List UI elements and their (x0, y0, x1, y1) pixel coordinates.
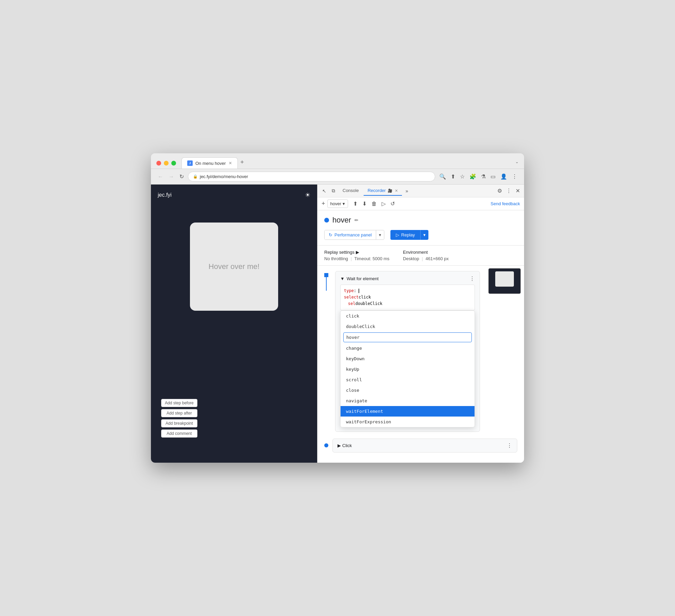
performance-panel-dropdown-button[interactable]: ▾ (376, 230, 384, 239)
replay-settings-values: No throttling | Timeout: 5000 ms (324, 256, 389, 261)
replay-button[interactable]: ▷ Replay (390, 230, 420, 240)
profile-icon-btn[interactable]: 👤 (499, 172, 508, 181)
click-step-title[interactable]: ▶ Click (338, 443, 352, 448)
add-step-after-button[interactable]: Add step after (161, 409, 197, 417)
devtools-settings-button[interactable]: ⚙ (496, 186, 503, 195)
extension-icon-btn[interactable]: 🧩 (468, 172, 478, 181)
recording-status-dot (324, 218, 329, 223)
recording-title: hover (332, 216, 351, 225)
address-input[interactable]: 🔒 jec.fyi/demo/menu-hover (188, 172, 435, 181)
send-feedback-button[interactable]: Send feedback (490, 201, 520, 206)
add-comment-button[interactable]: Add comment (161, 429, 197, 438)
recording-name-select[interactable]: hover ▾ (327, 199, 348, 208)
environment-label: Environment (403, 250, 449, 255)
forward-button[interactable]: → (167, 172, 175, 181)
theme-toggle-button[interactable]: ☀ (305, 191, 310, 199)
maximize-traffic-light[interactable] (171, 161, 176, 166)
wait-for-element-step: ▼ Wait for element ⋮ type: selectclick (335, 271, 480, 432)
share-icon-btn[interactable]: ⬆ (449, 172, 457, 181)
dropdown-item-waitforelement[interactable]: waitForElement (341, 406, 475, 417)
hover-card[interactable]: Hover over me! (190, 223, 278, 311)
replay-recording-button[interactable]: ↺ (389, 199, 397, 208)
recorder-title-row: hover ✏ (324, 216, 517, 225)
window-minimize-chevron[interactable]: ⌄ (515, 159, 519, 167)
tab-recorder[interactable]: Recorder 🎥 ✕ (364, 186, 402, 196)
recording-name: hover (330, 201, 342, 206)
devtools-tabs: Console Recorder 🎥 ✕ (339, 186, 402, 196)
tab-bar: J On menu hover ✕ + (181, 157, 511, 169)
add-step-buttons: Add step before Add step after Add break… (161, 399, 197, 438)
dropdown-item-waitforexpression[interactable]: waitForExpression (341, 417, 475, 427)
page-content: jec.fyi ☀ Hover over me! Add step before… (151, 185, 317, 463)
devtools-toolbar: ↖ ⧉ Console Recorder 🎥 ✕ » ⚙ ⋮ ✕ (317, 185, 524, 197)
page-logo: jec.fyi (158, 192, 172, 198)
address-text: jec.fyi/demo/menu-hover (200, 174, 248, 179)
refresh-button[interactable]: ↻ (178, 172, 185, 181)
replay-dropdown-button[interactable]: ▾ (420, 230, 428, 240)
click-expand-icon: ▶ (338, 443, 341, 448)
edit-recording-title-button[interactable]: ✏ (354, 217, 359, 223)
click-title-text: Click (342, 443, 352, 448)
bookmark-icon-btn[interactable]: ☆ (459, 172, 466, 181)
search-icon-btn[interactable]: 🔍 (438, 172, 447, 181)
step-code-area[interactable]: type: selectclick seldoubleClick (340, 285, 475, 310)
dropdown-item-change[interactable]: change (341, 343, 475, 353)
minimize-traffic-light[interactable] (164, 161, 169, 166)
click-step-menu-button[interactable]: ⋮ (507, 442, 512, 449)
dropdown-item-navigate[interactable]: navigate (341, 396, 475, 406)
new-tab-button[interactable]: + (238, 157, 247, 167)
title-bar: J On menu hover ✕ + ⌄ (151, 153, 524, 169)
active-tab[interactable]: J On menu hover ✕ (181, 157, 238, 169)
address-actions: 🔍 ⬆ ☆ 🧩 ⚗ ▭ 👤 ⋮ (438, 172, 519, 181)
inspect-element-button[interactable]: ↖ (320, 187, 328, 195)
download-recording-button[interactable]: ⬇ (361, 199, 368, 208)
dropdown-item-close[interactable]: close (341, 385, 475, 396)
step-menu-button[interactable]: ⋮ (469, 275, 475, 282)
recorder-toolbar: + hover ▾ ⬆ ⬇ 🗑 ▷ ↺ Send feedback (317, 197, 524, 210)
performance-panel-button[interactable]: ↻ Performance panel (325, 230, 376, 239)
dropdown-item-keyup[interactable]: keyUp (341, 364, 475, 374)
replay-play-icon: ▷ (396, 232, 399, 237)
devtools-more-button[interactable]: ⋮ (505, 186, 513, 195)
replay-label: Replay (401, 232, 415, 237)
recorder-tab-close-icon[interactable]: ✕ (395, 189, 398, 193)
delete-recording-button[interactable]: 🗑 (370, 199, 379, 208)
export-recording-button[interactable]: ⬆ (351, 199, 359, 208)
lab-icon-btn[interactable]: ⚗ (480, 172, 487, 181)
replay-settings-label[interactable]: Replay settings ▶ (324, 250, 389, 255)
tab-close-icon[interactable]: ✕ (229, 161, 232, 166)
add-breakpoint-button[interactable]: Add breakpoint (161, 419, 197, 427)
type-dropdown-menu[interactable]: click doubleClick hover change keyDown k… (340, 310, 475, 427)
thumbnail-card (495, 271, 514, 287)
dropdown-item-click[interactable]: click (341, 311, 475, 321)
sidebar-icon-btn[interactable]: ▭ (489, 172, 497, 181)
environment-values: Desktop | 461×660 px (403, 256, 449, 261)
tab-console[interactable]: Console (339, 186, 363, 196)
address-bar: ← → ↻ 🔒 jec.fyi/demo/menu-hover 🔍 ⬆ ☆ 🧩 … (151, 169, 524, 185)
device-toolbar-button[interactable]: ⧉ (330, 187, 337, 195)
close-traffic-light[interactable] (156, 161, 161, 166)
add-step-before-button[interactable]: Add step before (161, 399, 197, 407)
back-button[interactable]: ← (156, 172, 165, 181)
traffic-lights (156, 161, 176, 166)
dropdown-item-doubleclick[interactable]: doubleClick (341, 321, 475, 332)
dropdown-item-scroll[interactable]: scroll (341, 374, 475, 385)
perf-panel-label: Performance panel (334, 232, 372, 237)
step-title-text: Wait for element (347, 276, 379, 281)
devtools-panel: ↖ ⧉ Console Recorder 🎥 ✕ » ⚙ ⋮ ✕ (317, 185, 524, 463)
play-recording-button[interactable]: ▷ (380, 199, 387, 208)
replay-settings-arrow-icon: ▶ (356, 250, 359, 255)
replay-row: ↻ Performance panel ▾ ▷ Replay ▾ (324, 230, 517, 240)
more-icon-btn[interactable]: ⋮ (510, 172, 519, 181)
more-tabs-button[interactable]: » (403, 187, 410, 195)
dropdown-item-hover[interactable]: hover (343, 332, 472, 342)
add-recording-button[interactable]: + (322, 200, 325, 207)
step-title[interactable]: ▼ Wait for element (340, 276, 379, 281)
steps-area[interactable]: ▼ Wait for element ⋮ type: selectclick (317, 266, 524, 463)
hover-card-text: Hover over me! (209, 262, 259, 271)
recorder-actions: ⬆ ⬇ 🗑 ▷ ↺ (351, 199, 397, 208)
dropdown-item-keydown[interactable]: keyDown (341, 353, 475, 364)
devtools-close-button[interactable]: ✕ (514, 186, 521, 195)
settings-row: Replay settings ▶ No throttling | Timeou… (317, 246, 524, 266)
click-step-row: ▶ Click ⋮ (317, 436, 524, 455)
